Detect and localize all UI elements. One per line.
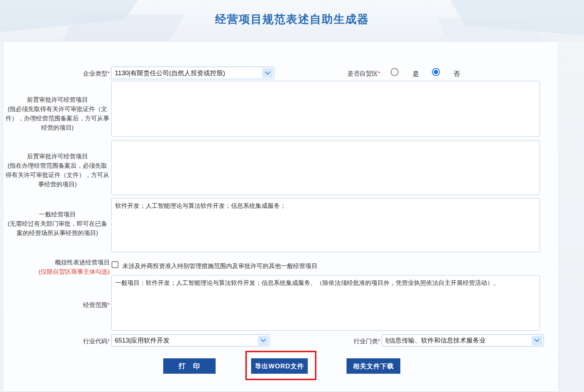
pre-approval-label: 前置审批许可经营项目 (指必须先取得有关许可审批证件（文件），办理经营范围备案后… [5, 95, 110, 133]
ftz-radio-no[interactable] [432, 68, 440, 76]
chevron-down-icon[interactable] [258, 336, 269, 345]
post-approval-label-title: 后置审批许可经营项目 [5, 152, 110, 161]
business-scope-label: 经营范围* [6, 301, 110, 309]
business-scope-textarea[interactable]: 一般项目：软件开发；人工智能理论与算法软件开发；信息系统集成服务。（除依法须经批… [111, 275, 540, 331]
post-approval-label-note: (指在办理经营范围备案后，必须先取得有关许可审批证件（文件），方可从事经营的项目… [5, 161, 110, 189]
ftz-label-text: 是否自贸区 [347, 70, 378, 77]
summary-items-checkbox-label[interactable]: 未涉及外商投资准入特别管理措施范围内及审批许可的其他一般经营项目 [122, 262, 317, 270]
summary-items-label: 概括性表述经营项目 (仅限自贸区商事主体勾选) [5, 258, 110, 277]
post-approval-textarea[interactable] [111, 140, 540, 195]
chevron-down-icon[interactable] [262, 68, 273, 78]
industry-category-label: 行业门类* [314, 337, 380, 345]
pre-approval-textarea[interactable] [111, 81, 540, 137]
industry-category-label-text: 行业门类 [353, 338, 378, 345]
required-asterisk: * [107, 70, 110, 77]
enterprise-type-select[interactable]: 1130|有限责任公司(自然人投资或控股) [111, 67, 274, 79]
page-title: 经营项目规范表述自助生成器 [0, 12, 584, 27]
page: 经营项目规范表述自助生成器 企业类型* 1130|有限责任公司(自然人投资或控股… [0, 0, 584, 392]
industry-code-value: 6513|应用软件开发 [112, 336, 258, 345]
required-asterisk: * [378, 70, 380, 77]
industry-code-select[interactable]: 6513|应用软件开发 [111, 334, 270, 346]
ftz-radio-no-label[interactable]: 否 [453, 70, 460, 78]
industry-category-value: I|信息传输、软件和信息技术服务业 [382, 336, 532, 345]
print-button[interactable]: 打 印 [163, 358, 216, 374]
download-files-button[interactable]: 相关文件下载 [347, 358, 400, 374]
pre-approval-label-title: 前置审批许可经营项目 [5, 95, 110, 105]
business-scope-label-text: 经营范围 [83, 302, 107, 309]
summary-items-checkbox[interactable] [112, 261, 118, 268]
pre-approval-label-note: (指必须先取得有关许可审批证件（文件），办理经营范围备案后，方可从事经营的项目) [5, 105, 110, 133]
enterprise-type-value: 1130|有限责任公司(自然人投资或控股) [112, 69, 262, 77]
general-items-label-note: (无需经过有关部门审批，即可在已备案的经营场所从事经营的项目) [5, 219, 110, 238]
summary-items-label-title: 概括性表述经营项目 [5, 258, 110, 267]
general-items-label: 一般经营项目 (无需经过有关部门审批，即可在已备案的经营场所从事经营的项目) [5, 210, 110, 238]
general-items-label-title: 一般经营项目 [5, 210, 110, 219]
ftz-label: 是否自贸区* [316, 70, 380, 78]
required-asterisk: * [378, 338, 380, 345]
post-approval-label: 后置审批许可经营项目 (指在办理经营范围备案后，必须先取得有关许可审批证件（文件… [5, 152, 110, 189]
ftz-radio-yes[interactable] [391, 68, 399, 76]
ftz-radio-yes-label[interactable]: 是 [413, 70, 419, 78]
export-word-button[interactable]: 导出WORD文件 [251, 358, 308, 374]
summary-items-label-note: (仅限自贸区商事主体勾选) [5, 267, 110, 277]
industry-code-label: 行业代码* [6, 337, 110, 345]
enterprise-type-label: 企业类型* [6, 70, 110, 78]
chevron-down-icon[interactable] [532, 336, 542, 345]
required-asterisk: * [107, 302, 110, 309]
industry-category-select[interactable]: I|信息传输、软件和信息技术服务业 [382, 334, 544, 346]
required-asterisk: * [107, 338, 110, 345]
industry-code-label-text: 行业代码 [83, 338, 107, 345]
general-items-textarea[interactable]: 软件开发；人工智能理论与算法软件开发；信息系统集成服务； [111, 198, 540, 252]
enterprise-type-label-text: 企业类型 [83, 70, 107, 77]
